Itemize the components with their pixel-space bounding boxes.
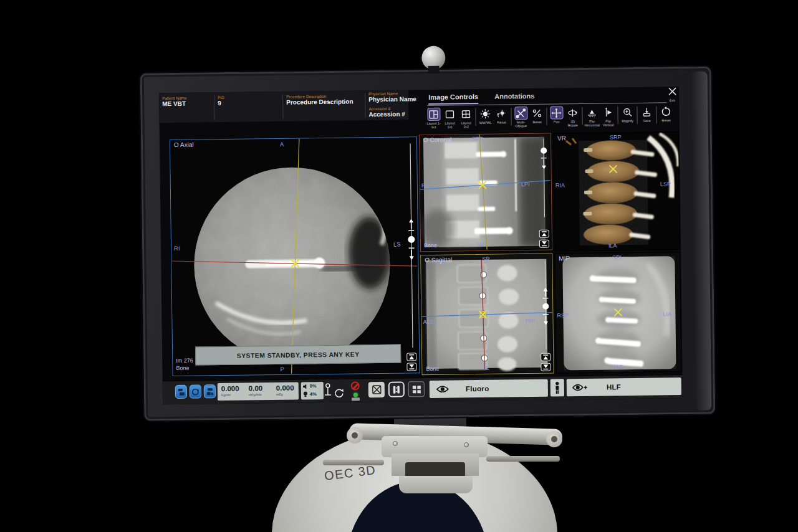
coronal-page-down-button[interactable]: [539, 240, 549, 248]
mip-view-panel: MIP SPL RSP LIA IAR: [554, 252, 681, 373]
coronal-crosshair[interactable]: [420, 134, 551, 251]
ribbon-tabs: Image Controls Annotations: [428, 92, 534, 105]
flip-horizontal-icon: [585, 106, 598, 119]
patient-orientation-button[interactable]: [550, 379, 564, 396]
pid-field: PID 9: [218, 95, 224, 107]
toolbar-separator: [511, 108, 511, 125]
layout-2x2-button[interactable]: Layout 2x2: [458, 107, 473, 129]
axial-crosshair[interactable]: [170, 137, 419, 375]
mip-orientation-bottom: IAR: [613, 364, 623, 370]
pan-icon: [550, 106, 563, 119]
vr-view-panel: VR SRP RIA LSP ILA: [553, 131, 680, 251]
sagittal-orientation-bottom: IL: [484, 365, 489, 371]
standby-banner: SYSTEM STANDBY, PRESS ANY KEY: [195, 344, 401, 366]
magnify-button[interactable]: Magnify: [620, 105, 635, 123]
tab-image-controls[interactable]: Image Controls: [428, 93, 478, 105]
rotate-3d-button[interactable]: 3D Rotate: [565, 106, 580, 128]
orbit-rotation-icon: [334, 388, 345, 399]
reset-icon: [660, 105, 673, 118]
coronal-orientation-top: SPR: [472, 136, 484, 142]
procedure-value: Procedure Description: [286, 98, 353, 105]
layout-1x1-button[interactable]: Layout 1x1: [442, 107, 457, 129]
collimator-leaf-button[interactable]: [388, 381, 405, 397]
coronal-orientation-bottom: IAL: [477, 242, 486, 248]
mount-pin-left: [323, 460, 384, 465]
sagittal-crosshair[interactable]: [421, 254, 552, 374]
fluoro-mode-label: Fluoro: [466, 385, 489, 392]
axial-view-title: O Axial: [174, 141, 194, 148]
quick-access-button-1[interactable]: [175, 385, 187, 399]
pan-button[interactable]: Pan: [549, 106, 564, 123]
axial-orientation-top: A: [280, 141, 284, 148]
monitor: Patient Name ME VBT PID 9 Procedure Desc…: [139, 65, 717, 422]
flip-vertical-button[interactable]: Flip Vertical: [600, 105, 615, 127]
coronal-preset-label: Bone: [424, 242, 437, 249]
multi-oblique-button[interactable]: Multi-Oblique: [513, 107, 528, 128]
monitor-camera-mount: [428, 66, 440, 74]
coronal-view-panel: O Coronal SPR RAI LPI IAL Bone: [419, 133, 552, 252]
dose-rate: 0.00 mGy/min: [249, 384, 263, 396]
axial-orientation-right: LS: [393, 241, 401, 248]
field-divider: [365, 93, 365, 118]
sagittal-orientation-left: ALS: [423, 319, 433, 325]
patient-marker-icon: [324, 383, 332, 398]
sagittal-slice-slider[interactable]: [541, 259, 550, 351]
toolbar-separator: [582, 107, 582, 125]
hlf-eye-icon: [572, 383, 588, 392]
coronal-orientation-right: LPI: [521, 181, 530, 188]
toolbar-separator: [637, 107, 637, 124]
brightness-reset-icon: [495, 107, 508, 120]
wwwl-button[interactable]: WW/WL: [478, 107, 493, 125]
mount-bar-cap-right: [546, 431, 562, 447]
mount-bracket-base: [399, 476, 473, 493]
quick-access-button-3[interactable]: [204, 384, 216, 398]
bezel-highlight: [691, 71, 712, 410]
save-button[interactable]: Save: [639, 105, 654, 123]
vr-orientation-right: LSP: [660, 181, 671, 187]
reset-button[interactable]: Reset: [658, 105, 673, 122]
close-icon: [667, 87, 676, 96]
axial-page-up-button[interactable]: [406, 353, 416, 361]
cumulative-dose: 0.000 mGy: [276, 384, 294, 396]
coronal-view-title: O Coronal: [423, 136, 452, 144]
oblique-reset-button[interactable]: Reset: [529, 107, 544, 124]
hlf-mode-bar[interactable]: HLF: [567, 378, 681, 396]
patient-name-field: Patient Name ME VBT: [162, 96, 187, 107]
coronal-page-up-button[interactable]: [539, 230, 549, 238]
sagittal-page-up-button[interactable]: [541, 353, 550, 361]
accession-value: Accession #: [368, 110, 405, 118]
no-entry-icon: [351, 381, 360, 390]
axial-page-down-button[interactable]: [406, 363, 416, 371]
collimator-iris-button[interactable]: [368, 382, 385, 397]
tab-annotations[interactable]: Annotations: [494, 92, 534, 104]
vr-view-title: VR: [557, 135, 566, 141]
wwwl-reset-button[interactable]: Reset: [494, 107, 509, 124]
patient-name-value: ME VBT: [162, 100, 187, 107]
flip-horizontal-button[interactable]: Flip Horizontal: [584, 106, 599, 128]
exit-button[interactable]: Exit: [665, 87, 679, 102]
dose-area-product: 0.000 Gycm²: [221, 385, 239, 397]
rotate-3d-icon: [566, 106, 579, 119]
toolbar-separator: [546, 108, 547, 125]
indicator-base: [352, 397, 360, 401]
sagittal-page-down-button[interactable]: [541, 363, 550, 371]
bracket-screw: [393, 441, 398, 446]
bracket-screw: [464, 442, 469, 447]
xray-inhibit-indicator: [351, 381, 360, 390]
save-icon: [640, 105, 653, 118]
layout-2x2-icon: [459, 107, 473, 120]
accession-field: Accession # Accession #: [368, 106, 405, 118]
axial-view-panel: O Axial A RI LS P Im 276 Bone SYSTEM STA…: [170, 136, 420, 376]
toolbar-separator: [656, 106, 656, 123]
fluoro-mode-bar[interactable]: Fluoro: [430, 379, 548, 398]
pid-label: PID: [218, 95, 224, 100]
mount-bar-cap-left: [347, 427, 363, 444]
layout-1-3x1-button[interactable]: Layout 1-3x1: [426, 108, 441, 130]
collimator-shutter-button[interactable]: [408, 381, 425, 397]
toolbar-separator: [475, 108, 476, 126]
toolbar-separator: [617, 107, 618, 124]
vr-target-marker[interactable]: [554, 132, 680, 251]
coronal-slice-slider[interactable]: [539, 137, 549, 219]
quick-access-button-2[interactable]: [190, 384, 201, 398]
axial-orientation-bottom: P: [280, 366, 284, 373]
